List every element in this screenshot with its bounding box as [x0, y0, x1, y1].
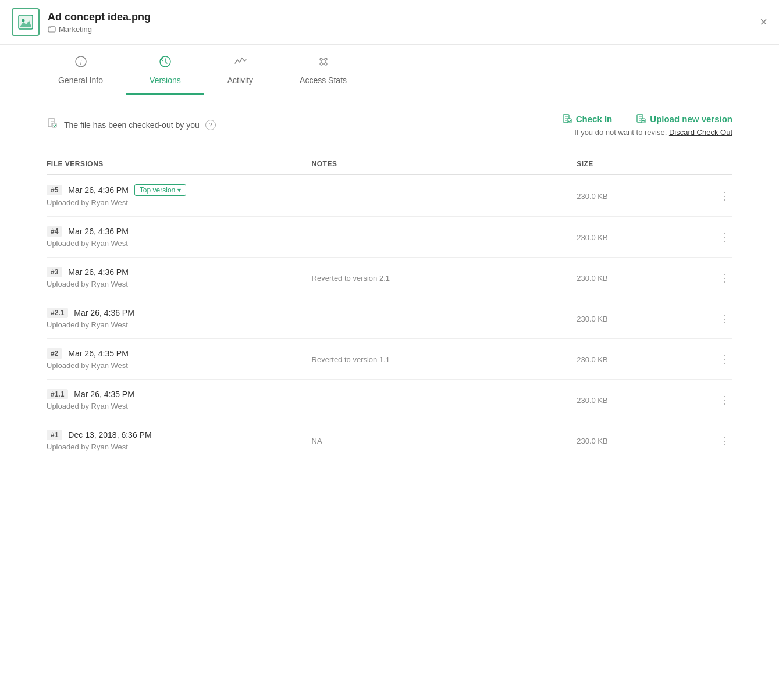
tabs-bar: i General Info Versions Activity: [0, 45, 779, 95]
version-top: #2.1 Mar 26, 4:36 PM: [47, 308, 312, 318]
version-top: #1.1 Mar 26, 4:35 PM: [47, 389, 312, 399]
discard-checkout-link[interactable]: Discard Check Out: [669, 128, 732, 137]
checkout-buttons: Check In Upload new version: [562, 113, 732, 124]
tab-versions[interactable]: Versions: [126, 45, 204, 95]
tab-versions-label: Versions: [150, 76, 181, 85]
version-date: Dec 13, 2018, 6:36 PM: [68, 430, 151, 440]
version-note: NA: [312, 436, 577, 445]
col-size: SIZE: [577, 160, 709, 168]
more-options-button[interactable]: ⋮: [709, 231, 732, 244]
modal-header: Ad concept idea.png Marketing ×: [0, 0, 779, 45]
version-top: #2 Mar 26, 4:35 PM: [47, 348, 312, 359]
version-size: 230.0 KB: [577, 314, 709, 323]
version-info: #2 Mar 26, 4:35 PM Uploaded by Ryan West: [47, 348, 312, 370]
checkout-left: The file has been checked-out by you ?: [47, 117, 216, 132]
version-top: #1 Dec 13, 2018, 6:36 PM: [47, 430, 312, 440]
version-uploader: Uploaded by Ryan West: [47, 402, 312, 410]
upload-new-version-button[interactable]: Upload new version: [636, 113, 732, 124]
version-uploader: Uploaded by Ryan West: [47, 361, 312, 370]
version-badge: #2: [47, 348, 62, 359]
file-name: Ad concept idea.png: [48, 11, 151, 23]
more-options-button[interactable]: ⋮: [709, 353, 732, 366]
version-info: #3 Mar 26, 4:36 PM Uploaded by Ryan West: [47, 267, 312, 288]
version-date: Mar 26, 4:35 PM: [74, 390, 134, 399]
tab-access-stats[interactable]: Access Stats: [276, 45, 370, 95]
checkout-file-icon: [47, 117, 58, 132]
table-row: #5 Mar 26, 4:36 PM Top version ▾ Uploade…: [47, 175, 732, 217]
more-options-button[interactable]: ⋮: [709, 312, 732, 325]
version-size: 230.0 KB: [577, 273, 709, 283]
version-badge: #2.1: [47, 308, 68, 318]
checkout-actions: Check In Upload new version If you do no…: [562, 113, 732, 137]
checkin-icon: [562, 113, 572, 124]
svg-rect-3: [48, 27, 55, 32]
version-info: #1.1 Mar 26, 4:35 PM Uploaded by Ryan We…: [47, 389, 312, 410]
file-folder: Marketing: [48, 25, 151, 34]
version-note: Reverted to version 1.1: [312, 355, 577, 364]
col-actions: [709, 160, 732, 168]
table-row: #1.1 Mar 26, 4:35 PM Uploaded by Ryan We…: [47, 380, 732, 420]
svg-rect-0: [19, 15, 33, 29]
checkout-banner: The file has been checked-out by you ? C…: [47, 113, 732, 137]
version-size: 230.0 KB: [577, 395, 709, 405]
discard-text: If you do not want to revise, Discard Ch…: [574, 128, 732, 137]
col-notes: NOTES: [312, 160, 577, 168]
more-options-button[interactable]: ⋮: [709, 272, 732, 284]
version-top: #4 Mar 26, 4:36 PM: [47, 226, 312, 237]
versions-icon: [159, 55, 172, 71]
version-top: #5 Mar 26, 4:36 PM Top version ▾: [47, 184, 312, 196]
version-size: 230.0 KB: [577, 233, 709, 242]
upload-icon: [636, 113, 646, 124]
content-area: The file has been checked-out by you ? C…: [0, 95, 779, 478]
top-version-badge: Top version ▾: [134, 184, 186, 196]
version-size: 230.0 KB: [577, 191, 709, 201]
activity-icon: [234, 55, 247, 71]
version-uploader: Uploaded by Ryan West: [47, 239, 312, 248]
version-uploader: Uploaded by Ryan West: [47, 198, 312, 207]
checkin-button[interactable]: Check In: [562, 113, 613, 124]
table-row: #2 Mar 26, 4:35 PM Uploaded by Ryan West…: [47, 339, 732, 380]
tab-general-info-label: General Info: [58, 76, 103, 85]
close-button[interactable]: ×: [760, 16, 767, 28]
version-uploader: Uploaded by Ryan West: [47, 320, 312, 329]
version-info: #1 Dec 13, 2018, 6:36 PM Uploaded by Rya…: [47, 430, 312, 451]
tab-activity[interactable]: Activity: [204, 45, 276, 95]
version-date: Mar 26, 4:36 PM: [74, 308, 134, 317]
version-size: 230.0 KB: [577, 436, 709, 445]
svg-point-8: [325, 58, 327, 60]
more-options-button[interactable]: ⋮: [709, 190, 732, 202]
info-icon: i: [74, 55, 87, 71]
checkout-message: The file has been checked-out by you: [64, 120, 200, 130]
version-uploader: Uploaded by Ryan West: [47, 442, 312, 451]
file-icon: [12, 8, 40, 36]
table-row: #3 Mar 26, 4:36 PM Uploaded by Ryan West…: [47, 258, 732, 298]
access-stats-icon: [317, 55, 330, 71]
version-date: Mar 26, 4:36 PM: [68, 267, 129, 277]
folder-icon: [48, 25, 56, 33]
version-size: 230.0 KB: [577, 355, 709, 364]
version-badge: #1.1: [47, 389, 68, 399]
version-badge: #3: [47, 267, 62, 277]
file-info: Ad concept idea.png Marketing: [48, 11, 151, 34]
version-info: #2.1 Mar 26, 4:36 PM Uploaded by Ryan We…: [47, 308, 312, 329]
more-options-button[interactable]: ⋮: [709, 394, 732, 406]
version-date: Mar 26, 4:35 PM: [68, 349, 129, 358]
help-icon[interactable]: ?: [205, 120, 216, 130]
folder-name: Marketing: [59, 25, 92, 34]
tab-access-stats-label: Access Stats: [300, 76, 347, 85]
svg-point-7: [320, 58, 322, 60]
tab-general-info[interactable]: i General Info: [35, 45, 126, 95]
divider: [624, 113, 624, 124]
version-date: Mar 26, 4:36 PM: [68, 227, 129, 236]
version-list: #5 Mar 26, 4:36 PM Top version ▾ Uploade…: [47, 175, 732, 460]
table-row: #2.1 Mar 26, 4:36 PM Uploaded by Ryan We…: [47, 298, 732, 339]
svg-point-9: [320, 63, 322, 65]
table-header: FILE VERSIONS NOTES SIZE: [47, 154, 732, 175]
version-badge: #4: [47, 226, 62, 237]
tab-activity-label: Activity: [227, 76, 253, 85]
version-info: #5 Mar 26, 4:36 PM Top version ▾ Uploade…: [47, 184, 312, 207]
table-row: #4 Mar 26, 4:36 PM Uploaded by Ryan West…: [47, 217, 732, 258]
version-note: Reverted to version 2.1: [312, 273, 577, 283]
table-row: #1 Dec 13, 2018, 6:36 PM Uploaded by Rya…: [47, 420, 732, 460]
more-options-button[interactable]: ⋮: [709, 434, 732, 447]
